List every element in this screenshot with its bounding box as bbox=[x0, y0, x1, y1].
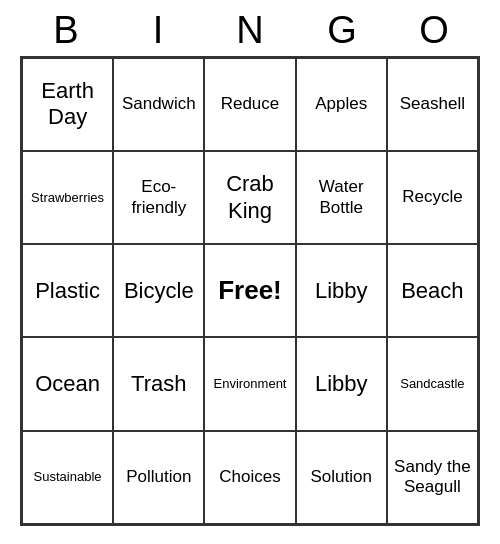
bingo-cell-7: Crab King bbox=[204, 151, 295, 244]
bingo-cell-2: Reduce bbox=[204, 58, 295, 151]
bingo-cell-22: Choices bbox=[204, 431, 295, 524]
bingo-cell-14: Beach bbox=[387, 244, 478, 337]
bingo-cell-8: Water Bottle bbox=[296, 151, 387, 244]
bingo-cell-21: Pollution bbox=[113, 431, 204, 524]
bingo-cell-6: Eco-friendly bbox=[113, 151, 204, 244]
bingo-cell-17: Environment bbox=[204, 337, 295, 430]
bingo-cell-9: Recycle bbox=[387, 151, 478, 244]
bingo-cell-10: Plastic bbox=[22, 244, 113, 337]
bingo-cell-1: Sandwich bbox=[113, 58, 204, 151]
bingo-cell-16: Trash bbox=[113, 337, 204, 430]
bingo-cell-18: Libby bbox=[296, 337, 387, 430]
bingo-cell-20: Sustainable bbox=[22, 431, 113, 524]
bingo-letter-g: G bbox=[298, 10, 386, 52]
bingo-cell-24: Sandy the Seagull bbox=[387, 431, 478, 524]
bingo-cell-3: Apples bbox=[296, 58, 387, 151]
bingo-letter-o: O bbox=[390, 10, 478, 52]
bingo-cell-5: Strawberries bbox=[22, 151, 113, 244]
bingo-cell-15: Ocean bbox=[22, 337, 113, 430]
bingo-header: BINGO bbox=[20, 10, 480, 52]
bingo-cell-12: Free! bbox=[204, 244, 295, 337]
bingo-letter-b: B bbox=[22, 10, 110, 52]
bingo-cell-11: Bicycle bbox=[113, 244, 204, 337]
bingo-grid: Earth DaySandwichReduceApplesSeashellStr… bbox=[20, 56, 480, 526]
bingo-cell-0: Earth Day bbox=[22, 58, 113, 151]
bingo-cell-4: Seashell bbox=[387, 58, 478, 151]
bingo-letter-i: I bbox=[114, 10, 202, 52]
bingo-cell-23: Solution bbox=[296, 431, 387, 524]
bingo-cell-13: Libby bbox=[296, 244, 387, 337]
bingo-cell-19: Sandcastle bbox=[387, 337, 478, 430]
bingo-letter-n: N bbox=[206, 10, 294, 52]
